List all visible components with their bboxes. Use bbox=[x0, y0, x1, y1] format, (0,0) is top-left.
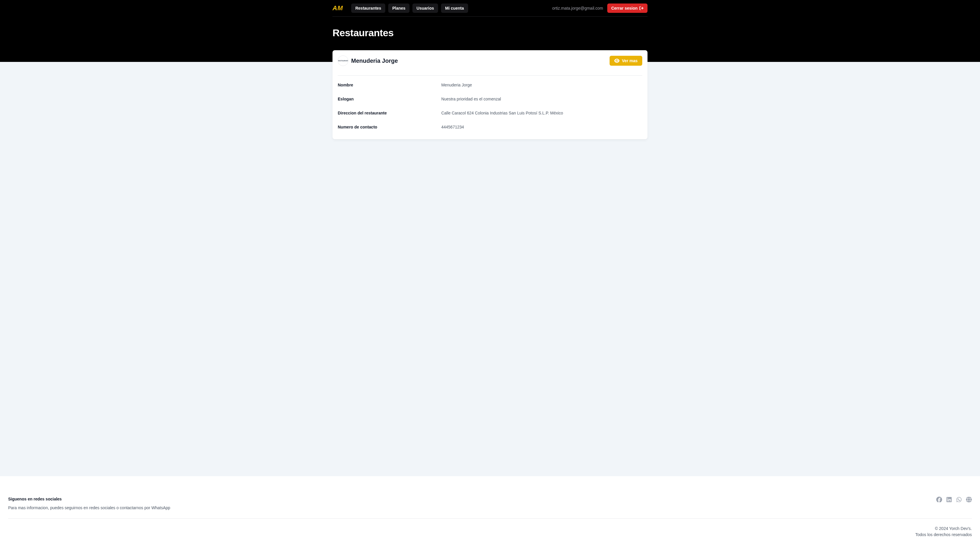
view-more-label: Ver mas bbox=[622, 58, 638, 63]
detail-row-direccion: Direccion del restaurante Calle Caracol … bbox=[338, 106, 642, 120]
value-direccion: Calle Caracol 624 Colonia Industrias San… bbox=[441, 111, 563, 115]
logout-button[interactable]: Cerrar sesion bbox=[607, 3, 648, 13]
card-header-left: RESTAURANT Menuderia Jorge bbox=[338, 56, 398, 66]
card-header: RESTAURANT Menuderia Jorge Ver mas bbox=[338, 56, 642, 76]
label-direccion: Direccion del restaurante bbox=[338, 111, 441, 115]
nav-right: ortiz.mata.jorge@gmail.com Cerrar sesion bbox=[552, 3, 648, 13]
logout-label: Cerrar sesion bbox=[611, 6, 638, 11]
footer: Siguenos en redes sociales Para mas info… bbox=[0, 476, 980, 546]
page-title: Restaurantes bbox=[332, 27, 648, 38]
nav-item-mi-cuenta[interactable]: Mi cuenta bbox=[441, 3, 468, 13]
user-email: ortiz.mata.jorge@gmail.com bbox=[552, 6, 603, 11]
globe-icon[interactable] bbox=[966, 497, 972, 503]
detail-row-nombre: Nombre Menuderia Jorge bbox=[338, 78, 642, 92]
detail-row-contacto: Numero de contacto 4445671234 bbox=[338, 120, 642, 134]
footer-copyright: © 2024 Yorch Dev's. bbox=[8, 525, 972, 532]
value-nombre: Menuderia Jorge bbox=[441, 83, 472, 87]
restaurant-logo: RESTAURANT bbox=[338, 56, 348, 66]
whatsapp-icon[interactable] bbox=[956, 497, 962, 503]
brand-logo[interactable]: AM bbox=[332, 5, 343, 12]
page-title-wrap: Restaurantes bbox=[332, 17, 648, 38]
nav-links: Restaurantes Planes Usuarios Mi cuenta bbox=[351, 3, 468, 13]
nav-left: AM Restaurantes Planes Usuarios Mi cuent… bbox=[332, 3, 468, 13]
facebook-icon[interactable] bbox=[936, 497, 942, 503]
footer-heading: Siguenos en redes sociales bbox=[8, 497, 170, 501]
view-more-button[interactable]: Ver mas bbox=[609, 56, 642, 66]
restaurant-name: Menuderia Jorge bbox=[351, 57, 398, 64]
top-nav: AM Restaurantes Planes Usuarios Mi cuent… bbox=[332, 0, 648, 17]
nav-item-restaurantes[interactable]: Restaurantes bbox=[351, 3, 385, 13]
value-eslogan: Nuestra prioridad es el comenzal bbox=[441, 97, 501, 101]
eye-icon bbox=[614, 58, 619, 63]
label-nombre: Nombre bbox=[338, 83, 441, 87]
label-eslogan: Eslogan bbox=[338, 97, 441, 101]
nav-item-planes[interactable]: Planes bbox=[388, 3, 409, 13]
detail-row-eslogan: Eslogan Nuestra prioridad es el comenzal bbox=[338, 92, 642, 106]
footer-bottom: © 2024 Yorch Dev's. Todos los derechos r… bbox=[8, 519, 972, 538]
linkedin-icon[interactable] bbox=[946, 497, 952, 503]
footer-text: Para mas informacion, puedes seguirnos e… bbox=[8, 505, 170, 510]
main-content: RESTAURANT Menuderia Jorge Ver mas Nombr… bbox=[0, 62, 980, 476]
restaurant-card: RESTAURANT Menuderia Jorge Ver mas Nombr… bbox=[332, 50, 648, 139]
label-contacto: Numero de contacto bbox=[338, 125, 441, 129]
footer-info: Siguenos en redes sociales Para mas info… bbox=[8, 497, 170, 510]
nav-item-usuarios[interactable]: Usuarios bbox=[412, 3, 438, 13]
value-contacto: 4445671234 bbox=[441, 125, 464, 129]
footer-rights: Todos los derechos reservados bbox=[8, 532, 972, 538]
logout-icon bbox=[640, 6, 643, 10]
social-icons bbox=[936, 497, 972, 503]
footer-top: Siguenos en redes sociales Para mas info… bbox=[8, 497, 972, 519]
